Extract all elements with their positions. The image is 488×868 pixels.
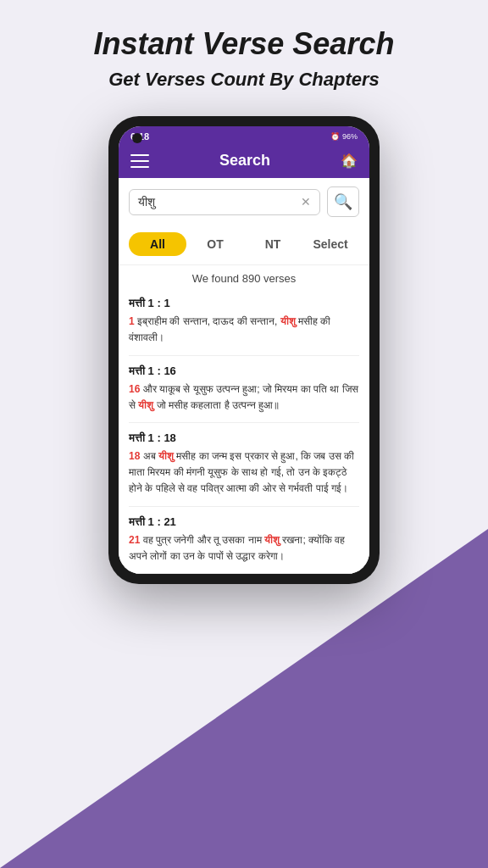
- hamburger-icon[interactable]: [130, 154, 149, 168]
- page-title: Instant Verse Search: [94, 25, 395, 62]
- status-bar: 6:18 ⏰ 96%: [119, 126, 369, 145]
- filter-tab-all[interactable]: All: [129, 232, 186, 256]
- verse-text: 1 इब्राहीम की सन्तान, दाऊद की सन्तान, यी…: [129, 314, 359, 346]
- verse-item: मत्ती 1 : 16 16 और याकूब से यूसुफ उत्पन्…: [129, 356, 359, 423]
- verse-reference: मत्ती 1 : 21: [129, 515, 359, 529]
- verse-item: मत्ती 1 : 21 21 वह पुत्र जनेगी और तू उसक…: [129, 507, 359, 574]
- verse-text: 18 अब यीशु मसीह का जन्म इस प्रकार से हुआ…: [129, 448, 359, 498]
- results-count: We found 890 verses: [119, 265, 369, 288]
- filter-tab-select[interactable]: Select: [302, 232, 359, 256]
- verse-text-part: वह पुत्र जनेगी और तू उसका नाम: [143, 534, 264, 546]
- verse-reference: मत्ती 1 : 1: [129, 297, 359, 310]
- verse-text-part: इब्राहीम की सन्तान, दाऊद की सन्तान,: [137, 315, 280, 327]
- alarm-icon: ⏰: [330, 132, 340, 141]
- nav-title: Search: [219, 152, 270, 170]
- phone-mockup: 6:18 ⏰ 96% Search 🏠 यीशु ✕ 🔍: [108, 116, 380, 584]
- verse-text: 21 वह पुत्र जनेगी और तू उसका नाम यीशु रख…: [129, 532, 359, 565]
- verse-highlight: यीशु: [158, 450, 174, 462]
- search-input-wrapper: यीशु ✕: [129, 189, 320, 215]
- verse-text-part: अब: [143, 450, 158, 462]
- verse-reference: मत्ती 1 : 16: [129, 364, 359, 378]
- search-button[interactable]: 🔍: [327, 186, 359, 217]
- filter-tab-ot[interactable]: OT: [186, 232, 244, 256]
- page-subtitle: Get Verses Count By Chapters: [108, 69, 380, 91]
- verse-item: मत्ती 1 : 18 18 अब यीशु मसीह का जन्म इस …: [129, 423, 359, 507]
- verse-text: 16 और याकूब से यूसुफ उत्पन्न हुआ; जो मिर…: [129, 381, 359, 414]
- verse-list: मत्ती 1 : 1 1 इब्राहीम की सन्तान, दाऊद क…: [119, 288, 369, 574]
- verse-highlight: यीशु: [280, 315, 296, 327]
- verse-highlight: यीशु: [138, 399, 153, 411]
- verse-text-part: जो मसीह कहलाता है उत्पन्न हुआ॥: [157, 399, 280, 411]
- home-icon[interactable]: 🏠: [341, 153, 358, 170]
- verse-number: 18: [129, 450, 140, 462]
- verse-number: 1: [129, 315, 135, 327]
- verse-highlight: यीशु: [264, 534, 280, 546]
- status-icons: ⏰ 96%: [330, 132, 358, 141]
- filter-tab-nt[interactable]: NT: [244, 232, 302, 256]
- status-battery: 96%: [342, 132, 358, 141]
- search-area: यीशु ✕ 🔍: [119, 178, 369, 225]
- verse-reference: मत्ती 1 : 18: [129, 431, 359, 445]
- clear-icon[interactable]: ✕: [301, 195, 311, 209]
- filter-tabs: All OT NT Select: [119, 225, 369, 265]
- verse-number: 16: [129, 383, 140, 395]
- top-nav: Search 🏠: [119, 145, 369, 178]
- verse-number: 21: [129, 534, 140, 546]
- verse-item: मत्ती 1 : 1 1 इब्राहीम की सन्तान, दाऊद क…: [129, 288, 359, 355]
- search-input[interactable]: यीशु: [138, 195, 301, 209]
- phone-screen: 6:18 ⏰ 96% Search 🏠 यीशु ✕ 🔍: [119, 126, 369, 574]
